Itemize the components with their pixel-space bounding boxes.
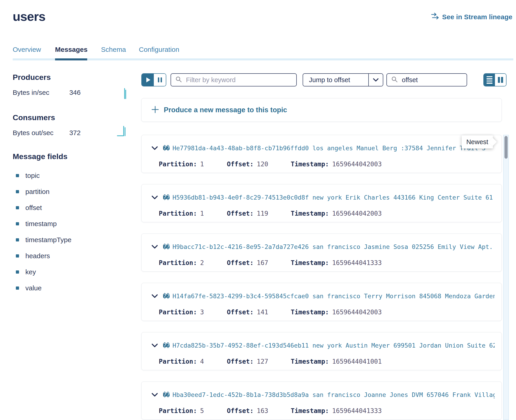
produce-message-label: Produce a new message to this topic — [164, 106, 287, 114]
field-item-timestampType[interactable]: timestampType — [16, 232, 71, 248]
message-key[interactable]: He77981da-4a43-48ab-b8f8-cb71b96ffdd0 lo… — [173, 145, 486, 152]
partition-label: Partition: — [159, 308, 197, 316]
consumers-sparkline — [117, 124, 128, 137]
partition-value: 3 — [200, 308, 227, 316]
message-row[interactable]: �� H5936db81-b943-4e0f-8c29-74513e0c0d8f… — [141, 184, 502, 222]
offset-value: 141 — [257, 308, 291, 316]
topic-messages-page: users See in Stream lineage Overview Mes… — [0, 0, 516, 420]
timestamp-value: 1659644041001 — [332, 358, 382, 365]
message-key[interactable]: Hba30eed7-1edc-452b-8b1a-738d3b5d8a9a sa… — [173, 391, 495, 398]
partition-label: Partition: — [159, 259, 197, 267]
timestamp-label: Timestamp: — [291, 210, 329, 217]
offset-search-wrapper — [386, 73, 467, 86]
jump-to-offset-label: Jump to offset — [303, 76, 368, 84]
partition-label: Partition: — [159, 210, 197, 217]
unknown-bytes-icon: �� — [163, 342, 169, 349]
plus-icon — [152, 106, 159, 114]
timestamp-label: Timestamp: — [291, 358, 329, 365]
filter-by-keyword-input[interactable] — [185, 76, 292, 84]
field-item-key[interactable]: key — [16, 264, 71, 280]
offset-value: 163 — [257, 407, 291, 415]
chevron-down-icon[interactable] — [152, 146, 158, 150]
messages-scrollbar-track[interactable] — [503, 135, 509, 420]
consumers-heading: Consumers — [13, 113, 55, 122]
timestamp-label: Timestamp: — [291, 407, 329, 415]
jump-to-offset-select[interactable]: Jump to offset — [303, 73, 383, 86]
partition-label: Partition: — [159, 358, 197, 365]
chevron-down-icon[interactable] — [152, 195, 158, 200]
field-item-offset[interactable]: offset — [16, 200, 71, 216]
tab-schema[interactable]: Schema — [101, 46, 139, 53]
bytes-out-label: Bytes out/sec — [13, 129, 66, 137]
unknown-bytes-icon: �� — [163, 243, 169, 250]
bullet-square-icon — [16, 222, 19, 225]
search-icon — [176, 76, 182, 83]
message-row[interactable]: �� H7cda825b-35b7-4952-88ef-c193d546eb11… — [141, 332, 502, 370]
chevron-down-icon[interactable] — [368, 74, 383, 86]
message-key[interactable]: H14fa67fe-5823-4299-b3c4-595845cfcae0 sa… — [173, 292, 495, 300]
consumers-stat-row: Bytes out/sec 372 — [13, 129, 81, 137]
offset-value: 119 — [257, 210, 291, 217]
field-item-partition[interactable]: partition — [16, 184, 71, 200]
field-item-headers[interactable]: headers — [16, 248, 71, 264]
field-item-timestamp[interactable]: timestamp — [16, 216, 71, 232]
list-view-button[interactable] — [484, 74, 495, 86]
message-key[interactable]: H7cda825b-35b7-4952-88ef-c193d546eb11 ne… — [173, 342, 495, 349]
tab-configuration[interactable]: Configuration — [139, 46, 179, 53]
producers-stat-row: Bytes in/sec 346 — [13, 89, 81, 96]
tab-messages[interactable]: Messages — [55, 46, 101, 53]
tab-underline-track — [13, 58, 513, 60]
chevron-down-icon[interactable] — [152, 294, 158, 298]
bullet-square-icon — [16, 270, 19, 274]
stream-lineage-icon — [431, 13, 439, 21]
producers-heading: Producers — [13, 73, 51, 82]
play-icon — [146, 77, 150, 82]
tab-underline-active — [55, 58, 87, 60]
field-item-topic[interactable]: topic — [16, 167, 71, 184]
offset-label: Offset: — [227, 308, 254, 316]
offset-label: Offset: — [227, 407, 254, 415]
play-button[interactable] — [142, 74, 154, 86]
message-key[interactable]: H9bacc71c-b12c-4216-8e95-2a7da727e426 sa… — [173, 243, 495, 250]
pause-button[interactable] — [154, 74, 166, 86]
bullet-square-icon — [16, 174, 19, 177]
unknown-bytes-icon: �� — [163, 145, 169, 152]
unknown-bytes-icon: �� — [163, 391, 169, 398]
message-key[interactable]: H5936db81-b943-4e0f-8c29-74513e0c0d8f ne… — [173, 194, 495, 201]
timestamp-value: 1659644041333 — [332, 259, 382, 267]
unknown-bytes-icon: �� — [163, 292, 169, 300]
page-title: users — [13, 9, 45, 24]
list-view-icon — [486, 76, 493, 77]
bytes-in-label: Bytes in/sec — [13, 89, 66, 96]
see-in-stream-lineage-link[interactable]: See in Stream lineage — [431, 13, 512, 21]
messages-scrollbar-thumb[interactable] — [504, 136, 508, 159]
chevron-down-icon[interactable] — [152, 344, 158, 348]
bullet-square-icon — [16, 254, 19, 257]
bullet-square-icon — [16, 206, 19, 209]
pause-icon — [158, 77, 159, 82]
column-view-button[interactable] — [495, 74, 506, 86]
lineage-link-label: See in Stream lineage — [442, 13, 512, 21]
timestamp-value: 1659644042003 — [332, 160, 382, 168]
message-row[interactable]: �� Hba30eed7-1edc-452b-8b1a-738d3b5d8a9a… — [141, 382, 502, 420]
chevron-down-icon[interactable] — [152, 245, 158, 249]
chevron-down-icon[interactable] — [152, 393, 158, 397]
message-row[interactable]: �� He77981da-4a43-48ab-b8f8-cb71b96ffdd0… — [141, 135, 502, 173]
producers-sparkline — [122, 87, 128, 99]
offset-search-input[interactable] — [401, 76, 462, 84]
tab-overview[interactable]: Overview — [13, 46, 55, 53]
message-row[interactable]: �� H14fa67fe-5823-4299-b3c4-595845cfcae0… — [141, 283, 502, 321]
partition-value: 1 — [200, 210, 227, 217]
offset-label: Offset: — [227, 160, 254, 168]
timestamp-label: Timestamp: — [291, 308, 329, 316]
newest-position-tooltip: Newest — [462, 135, 493, 149]
message-row[interactable]: �� H9bacc71c-b12c-4216-8e95-2a7da727e426… — [141, 233, 502, 271]
pause-icon — [161, 77, 162, 82]
field-item-value[interactable]: value — [16, 280, 71, 296]
bullet-square-icon — [16, 238, 19, 241]
newest-tooltip-label: Newest — [466, 138, 488, 146]
offset-value: 127 — [257, 358, 291, 365]
offset-label: Offset: — [227, 210, 254, 217]
partition-value: 5 — [200, 407, 227, 415]
produce-message-button[interactable]: Produce a new message to this topic — [141, 98, 502, 122]
